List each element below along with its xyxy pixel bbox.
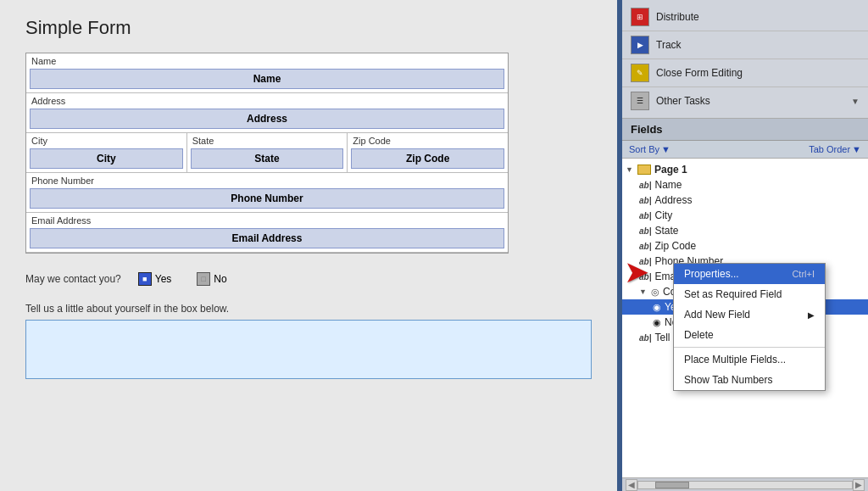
track-label: Track (656, 39, 860, 51)
address-row: Address Address (26, 93, 508, 133)
close-editing-icon: ✎ (631, 64, 649, 82)
state-field-icon: ab| (639, 226, 651, 236)
no-radio-tree-icon: ◉ (653, 317, 661, 328)
yes-radio[interactable]: ■ Yes (138, 272, 172, 286)
email-row: Email Address Email Address (26, 213, 508, 253)
scrollbar-thumb[interactable] (655, 482, 689, 488)
contact-question: May we contact you? (25, 273, 121, 285)
tree-city-label: City (654, 209, 672, 221)
tree-zip-label: Zip Code (654, 240, 696, 252)
close-editing-label: Close Form Editing (656, 67, 860, 79)
context-show-tab-numbers[interactable]: Show Tab Numbers (674, 370, 825, 390)
tree-zip[interactable]: ab| Zip Code (622, 238, 868, 254)
tab-order-arrow-icon: ▼ (852, 144, 861, 154)
show-tab-numbers-label: Show Tab Numbers (684, 374, 773, 386)
tab-order-label: Tab Order (809, 144, 850, 154)
contact-row: May we contact you? ■ Yes □ No (25, 267, 592, 291)
zip-label: Zip Code (348, 133, 508, 147)
email-field[interactable]: Email Address (30, 228, 504, 248)
no-radio[interactable]: □ No (197, 272, 226, 286)
page1-folder-icon (637, 165, 651, 175)
tell-us-label: Tell us a little about yourself in the b… (25, 303, 592, 315)
state-label: State (187, 133, 348, 147)
sidebar: ⊞ Distribute ▶ Track ✎ Close Form Editin… (622, 0, 868, 491)
name-field-icon: ab| (639, 181, 651, 190)
tree-state-label: State (654, 225, 678, 237)
phone-label: Phone Number (26, 173, 508, 187)
zip-field-icon: ab| (639, 242, 651, 251)
sort-by-arrow-icon: ▼ (661, 144, 670, 154)
page1-expand-icon: ▼ (626, 165, 634, 174)
city-field-icon: ab| (639, 211, 651, 220)
red-arrow-indicator: ➤ (624, 254, 649, 290)
tree-name[interactable]: ab| Name (622, 177, 868, 192)
sort-by-label: Sort By (629, 144, 659, 154)
yes-label: Yes (155, 273, 172, 285)
other-tasks-arrow-icon: ▼ (851, 97, 860, 106)
tree-state[interactable]: ab| State (622, 223, 868, 238)
zip-field[interactable]: Zip Code (351, 148, 504, 169)
tell-us-field-icon: ab| (639, 333, 651, 343)
distribute-button[interactable]: ⊞ Distribute (622, 3, 868, 31)
tree-city[interactable]: ab| City (622, 208, 868, 223)
tree-address[interactable]: ab| Address (622, 192, 868, 208)
fields-header: Fields (622, 119, 868, 141)
context-menu: Properties... Ctrl+I Set as Required Fie… (673, 263, 826, 391)
name-label: Name (26, 53, 508, 67)
other-tasks-label: Other Tasks (656, 95, 844, 107)
place-multiple-label: Place Multiple Fields... (684, 354, 786, 365)
yes-radio-icon[interactable]: ■ (138, 272, 152, 286)
distribute-label: Distribute (656, 11, 860, 23)
context-menu-separator (674, 347, 825, 348)
sidebar-scrollbar[interactable]: ◀ ▶ (622, 477, 868, 491)
toolbar: ⊞ Distribute ▶ Track ✎ Close Form Editin… (622, 0, 868, 119)
address-field-icon: ab| (639, 196, 651, 205)
email-label: Email Address (26, 213, 508, 226)
address-label: Address (26, 93, 508, 107)
context-delete[interactable]: Delete (674, 325, 825, 345)
tree-name-label: Name (654, 179, 682, 191)
fields-sort-bar: Sort By ▼ Tab Order ▼ (622, 141, 868, 159)
track-button[interactable]: ▶ Track (622, 31, 868, 59)
add-new-field-label: Add New Field (684, 309, 750, 321)
state-field[interactable]: State (191, 148, 344, 169)
scroll-left-icon[interactable]: ◀ (626, 479, 637, 491)
city-col: City City (26, 133, 187, 172)
phone-row: Phone Number Phone Number (26, 173, 508, 213)
city-state-zip-row: City City State State Zip Code Zip Code (26, 133, 508, 173)
city-field[interactable]: City (30, 148, 183, 169)
context-add-new-field[interactable]: Add New Field ▶ (674, 304, 825, 325)
tell-us-textarea[interactable] (25, 320, 592, 379)
properties-shortcut: Ctrl+I (792, 269, 815, 279)
context-set-required[interactable]: Set as Required Field (674, 284, 825, 304)
scroll-right-icon[interactable]: ▶ (853, 479, 865, 491)
sort-by-button[interactable]: Sort By ▼ (629, 144, 670, 154)
set-required-label: Set as Required Field (684, 288, 782, 300)
tree-page1[interactable]: ▼ Page 1 (622, 162, 868, 177)
context-place-multiple[interactable]: Place Multiple Fields... (674, 349, 825, 370)
no-radio-icon[interactable]: □ (197, 272, 210, 286)
no-label: No (214, 273, 226, 285)
add-field-submenu-icon: ▶ (808, 310, 815, 320)
tab-order-button[interactable]: Tab Order ▼ (809, 144, 861, 154)
tree-address-label: Address (654, 194, 692, 206)
form-container: Name Name Address Address City City Stat… (25, 53, 509, 254)
distribute-icon: ⊞ (631, 8, 649, 26)
track-icon: ▶ (631, 36, 649, 54)
name-field[interactable]: Name (30, 69, 504, 89)
phone-field[interactable]: Phone Number (30, 188, 504, 209)
delete-label: Delete (684, 329, 714, 341)
other-tasks-button[interactable]: ☰ Other Tasks ▼ (622, 87, 868, 114)
close-editing-button[interactable]: ✎ Close Form Editing (622, 59, 868, 87)
page-title: Simple Form (25, 17, 592, 39)
zip-col: Zip Code Zip Code (348, 133, 508, 172)
city-label: City (26, 133, 186, 147)
context-properties[interactable]: Properties... Ctrl+I (674, 264, 825, 284)
other-tasks-icon: ☰ (631, 92, 649, 110)
yes-radio-tree-icon: ◉ (653, 302, 661, 313)
contact-group-icon: ◎ (651, 287, 659, 298)
address-field[interactable]: Address (30, 109, 504, 129)
main-content: Simple Form Name Name Address Address Ci… (0, 0, 617, 491)
state-col: State State (187, 133, 348, 172)
scrollbar-track[interactable] (637, 481, 853, 489)
